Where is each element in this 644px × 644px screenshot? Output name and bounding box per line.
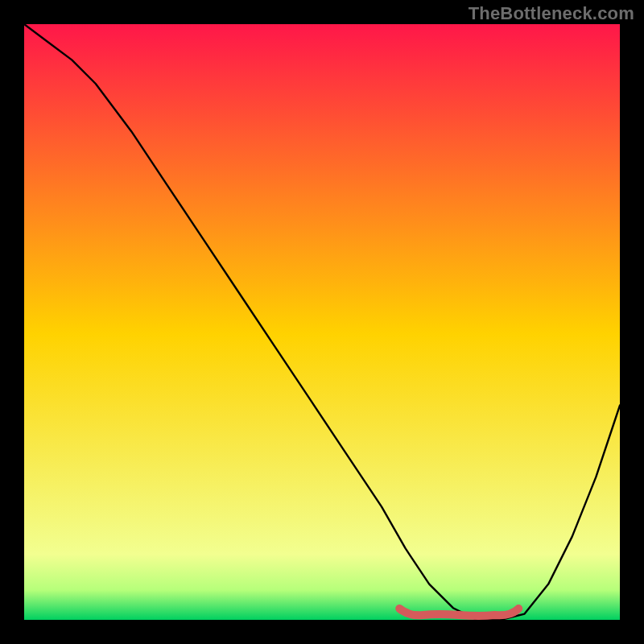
chart-frame: TheBottleneck.com xyxy=(0,0,644,644)
gradient-background xyxy=(24,24,620,620)
bottleneck-chart xyxy=(24,24,620,620)
watermark-text: TheBottleneck.com xyxy=(469,3,634,24)
